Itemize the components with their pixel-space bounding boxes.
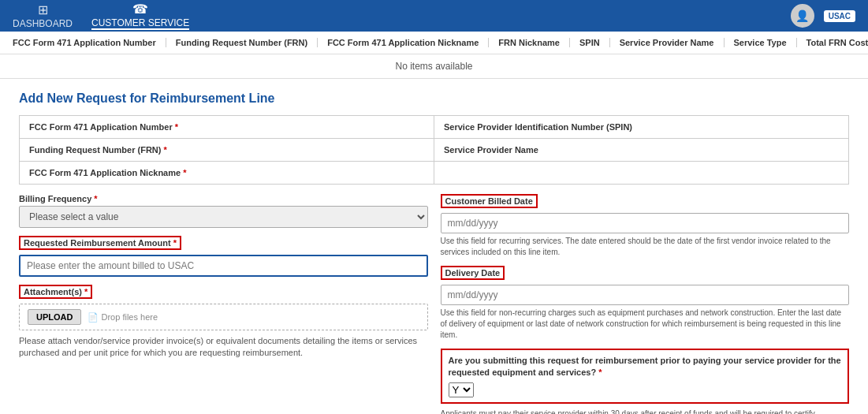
- usac-logo: USAC: [824, 10, 855, 22]
- top-fields-table: FCC Form 471 Application Number * Servic…: [19, 115, 849, 185]
- requested-amount-label: Requested Reimbursement Amount *: [19, 236, 428, 252]
- phone-icon: ☎: [132, 2, 148, 17]
- compliance-note: Applicants must pay their service provid…: [441, 408, 850, 414]
- nav-dashboard[interactable]: ⊞ DASHBOARD: [13, 2, 73, 29]
- frn-cell: Funding Request Number (FRN) *: [20, 139, 434, 162]
- service-provider-name-label: Service Provider Name: [444, 145, 839, 155]
- spin-cell: Service Provider Identification Number (…: [434, 116, 849, 139]
- prior-payment-question-text: Are you submitting this request for reim…: [449, 355, 842, 379]
- column-header-bar: FCC Form 471 Application Number Funding …: [0, 32, 868, 54]
- customer-billed-date-group: Customer Billed Date Use this field for …: [441, 194, 850, 258]
- right-column: Customer Billed Date Use this field for …: [441, 194, 850, 414]
- upload-hint: 📄 Drop files here: [88, 312, 158, 323]
- file-icon: 📄: [88, 312, 99, 322]
- form-title: Add New Request for Reimbursement Line: [19, 91, 849, 106]
- nav-dashboard-label: DASHBOARD: [13, 18, 73, 29]
- top-fields-row-1: FCC Form 471 Application Number * Servic…: [20, 116, 849, 139]
- form-section: Add New Request for Reimbursement Line F…: [0, 79, 868, 414]
- billing-frequency-label: Billing Frequency *: [19, 194, 428, 203]
- col-header-frn: Funding Request Number (FRN): [176, 38, 318, 47]
- requested-amount-group: Requested Reimbursement Amount *: [19, 236, 428, 277]
- frn-label: Funding Request Number (FRN) *: [29, 145, 424, 155]
- spin-label: Service Provider Identification Number (…: [444, 122, 839, 132]
- prior-payment-select[interactable]: Y N: [449, 382, 474, 397]
- nav-customer-service-label: CUSTOMER SERVICE: [91, 17, 189, 28]
- fcc-form-471-label: FCC Form 471 Application Number *: [29, 122, 424, 132]
- attach-note: Please attach vendor/service provider in…: [19, 335, 428, 360]
- delivery-date-input[interactable]: [441, 285, 850, 305]
- service-provider-name-cell: Service Provider Name: [434, 139, 849, 162]
- customer-billed-date-label: Customer Billed Date: [441, 194, 850, 211]
- delivery-date-hint: Use this field for non-recurring charges…: [441, 308, 850, 341]
- no-items-message: No items available: [0, 54, 868, 79]
- customer-billed-date-input[interactable]: [441, 213, 850, 233]
- upload-button[interactable]: UPLOAD: [28, 309, 81, 325]
- avatar: 👤: [791, 4, 814, 28]
- prior-payment-question-box: Are you submitting this request for reim…: [441, 349, 850, 404]
- col-header-frn-nickname: FRN Nickname: [498, 38, 570, 47]
- delivery-date-label: Delivery Date: [441, 266, 850, 282]
- empty-cell: [434, 162, 849, 185]
- col-header-service-provider-name: Service Provider Name: [620, 38, 725, 47]
- top-fields-row-3: FCC Form 471 Application Nickname *: [20, 162, 849, 185]
- app-nickname-label: FCC Form 471 Application Nickname *: [29, 168, 424, 177]
- customer-billed-date-hint: Use this field for recurring services. T…: [441, 236, 850, 258]
- billing-frequency-group: Billing Frequency * Please select a valu…: [19, 194, 428, 228]
- col-header-spin: SPIN: [579, 38, 610, 47]
- delivery-date-group: Delivery Date Use this field for non-rec…: [441, 266, 850, 341]
- attachments-group: Attachment(s) * UPLOAD 📄 Drop files here…: [19, 285, 428, 360]
- top-fields-row-2: Funding Request Number (FRN) * Service P…: [20, 139, 849, 162]
- fcc-form-471-cell: FCC Form 471 Application Number *: [20, 116, 434, 139]
- billing-frequency-select[interactable]: Please select a value: [19, 206, 428, 228]
- col-header-total-frn-cost: Total FRN Cost: [807, 38, 868, 47]
- nav-right-area: 👤 USAC: [791, 4, 855, 28]
- nav-customer-service[interactable]: ☎ CUSTOMER SERVICE: [91, 2, 189, 30]
- left-column: Billing Frequency * Please select a valu…: [19, 194, 428, 414]
- top-navigation: ⊞ DASHBOARD ☎ CUSTOMER SERVICE 👤 USAC: [0, 0, 868, 32]
- dashboard-icon: ⊞: [38, 2, 48, 17]
- app-nickname-cell: FCC Form 471 Application Nickname *: [20, 162, 434, 185]
- col-header-service-type: Service Type: [734, 38, 797, 47]
- attachments-label: Attachment(s) *: [19, 285, 428, 301]
- upload-area: UPLOAD 📄 Drop files here: [19, 304, 428, 330]
- col-header-nickname: FCC Form 471 Application Nickname: [327, 38, 489, 47]
- requested-amount-input[interactable]: [19, 255, 428, 277]
- col-header-fcc-form-471: FCC Form 471 Application Number: [13, 38, 166, 47]
- two-col-layout: Billing Frequency * Please select a valu…: [19, 194, 849, 414]
